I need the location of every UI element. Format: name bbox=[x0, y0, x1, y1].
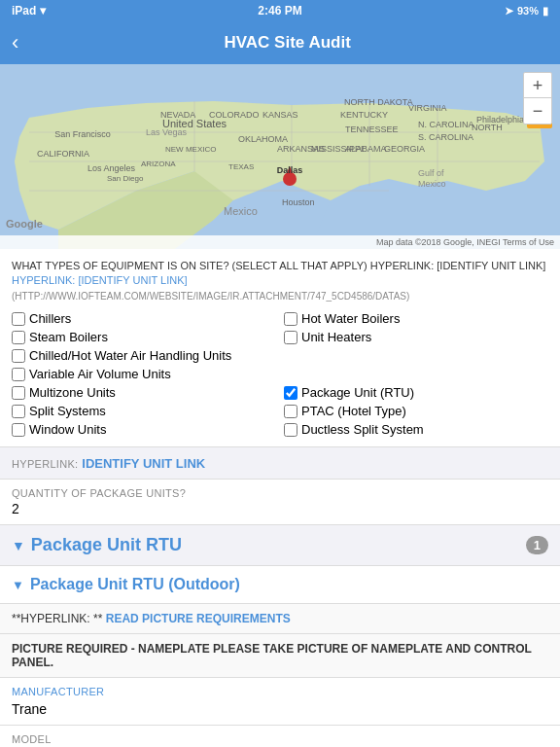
checkbox-ductless[interactable]: Ductless Split System bbox=[284, 422, 548, 437]
svg-text:CALIFORNIA: CALIFORNIA bbox=[37, 149, 89, 159]
map-attribution: Map data ©2018 Google, INEGI Terms of Us… bbox=[0, 235, 560, 249]
checkbox-chillers[interactable]: Chillers bbox=[12, 311, 276, 326]
cb-package[interactable] bbox=[284, 386, 298, 400]
picture-required-notice: PICTURE REQUIRED - NAMEPLATE PLEASE TAKE… bbox=[0, 634, 560, 678]
svg-text:ARIZONA: ARIZONA bbox=[141, 160, 176, 168]
cb-chillers[interactable] bbox=[12, 312, 25, 326]
zoom-in-button[interactable]: + bbox=[524, 73, 551, 98]
hyperlink-row: HYPERLINK: IDENTIFY UNIT LINK bbox=[0, 447, 560, 480]
svg-text:S. CAROLINA: S. CAROLINA bbox=[418, 132, 473, 142]
page-title: HVAC Site Audit bbox=[26, 33, 548, 53]
status-bar: iPad ▾ 2:46 PM ➤ 93% ▮ bbox=[0, 0, 560, 21]
svg-text:TEXAS: TEXAS bbox=[228, 162, 254, 171]
map-container: United States San Francisco CALIFORNIA A… bbox=[0, 64, 560, 249]
location-icon: ➤ bbox=[505, 5, 513, 18]
svg-text:VIRGINIA: VIRGINIA bbox=[408, 103, 447, 113]
picture-required-text: PICTURE REQUIRED - NAMEPLATE PLEASE TAKE… bbox=[12, 642, 532, 669]
cb-split[interactable] bbox=[12, 405, 25, 418]
identify-unit-hyperlink[interactable]: HYPERLINK: [IDENTIFY UNIT LINK] bbox=[12, 274, 188, 286]
sub-collapse-arrow-icon: ▼ bbox=[12, 578, 24, 592]
collapse-arrow-icon: ▼ bbox=[12, 538, 25, 553]
sub-section-header[interactable]: ▼ Package Unit RTU (Outdoor) bbox=[0, 566, 560, 604]
package-unit-section-header[interactable]: ▼ Package Unit RTU 1 bbox=[0, 525, 560, 566]
svg-text:COLORADO: COLORADO bbox=[209, 110, 260, 120]
sub-section-title: Package Unit RTU (Outdoor) bbox=[30, 576, 240, 593]
section-badge: 1 bbox=[526, 536, 548, 554]
quantity-value: 2 bbox=[12, 501, 548, 516]
svg-text:Gulf of: Gulf of bbox=[418, 168, 444, 178]
svg-text:NORTH DAKOTA: NORTH DAKOTA bbox=[344, 97, 413, 107]
equipment-question: WHAT TYPES OF EQUIPMENT IS ON SITE? (SEL… bbox=[12, 259, 548, 303]
svg-text:Las Vegas: Las Vegas bbox=[146, 127, 188, 137]
picture-hyperlink-label: **HYPERLINK: ** bbox=[12, 612, 102, 625]
back-button[interactable]: ‹ bbox=[12, 30, 18, 55]
carrier-label: iPad bbox=[12, 4, 36, 18]
svg-text:NEW MEXICO: NEW MEXICO bbox=[165, 145, 216, 154]
map-zoom-controls: + − bbox=[523, 72, 552, 124]
svg-text:Los Angeles: Los Angeles bbox=[88, 163, 136, 173]
model-label: MODEL bbox=[12, 733, 548, 745]
svg-text:OKLAHOMA: OKLAHOMA bbox=[238, 134, 288, 144]
svg-text:Mexico: Mexico bbox=[224, 205, 258, 217]
equipment-checkboxes: Chillers Hot Water Boilers Steam Boilers… bbox=[12, 311, 548, 437]
svg-text:San Diego: San Diego bbox=[107, 174, 144, 183]
hyperlink-row-label: HYPERLINK: bbox=[12, 458, 78, 470]
checkbox-window[interactable]: Window Units bbox=[12, 422, 276, 437]
wifi-icon: ▾ bbox=[40, 4, 46, 18]
manufacturer-field: MANUFACTURER Trane bbox=[0, 678, 560, 726]
battery-icon: ▮ bbox=[542, 5, 548, 18]
cb-variable[interactable] bbox=[12, 368, 25, 381]
quantity-section: QUANTITY OF PACKAGE UNITS? 2 bbox=[0, 480, 560, 525]
cb-steam[interactable] bbox=[12, 331, 25, 344]
section-title: Package Unit RTU bbox=[31, 535, 182, 555]
cb-window[interactable] bbox=[12, 423, 25, 437]
svg-text:N. CAROLINA: N. CAROLINA bbox=[418, 120, 474, 129]
cb-ptac[interactable] bbox=[284, 405, 298, 418]
checkbox-split[interactable]: Split Systems bbox=[12, 404, 276, 418]
svg-text:Dallas: Dallas bbox=[277, 165, 303, 175]
battery-label: 93% bbox=[517, 5, 539, 17]
read-picture-link[interactable]: READ PICTURE REQUIREMENTS bbox=[106, 612, 291, 625]
manufacturer-label: MANUFACTURER bbox=[12, 686, 548, 697]
cb-hotwater[interactable] bbox=[284, 312, 298, 326]
zoom-out-button[interactable]: − bbox=[524, 98, 551, 124]
checkbox-variable[interactable]: Variable Air Volume Units bbox=[12, 367, 548, 381]
picture-hyperlink-notice: **HYPERLINK: ** READ PICTURE REQUIREMENT… bbox=[0, 604, 560, 634]
svg-text:Houston: Houston bbox=[282, 197, 315, 207]
svg-text:San Francisco: San Francisco bbox=[54, 129, 111, 139]
svg-text:GEORGIA: GEORGIA bbox=[384, 144, 425, 154]
quantity-label: QUANTITY OF PACKAGE UNITS? bbox=[12, 487, 548, 499]
equipment-section: WHAT TYPES OF EQUIPMENT IS ON SITE? (SEL… bbox=[0, 249, 560, 447]
hyperlink-url: (HTTP://WWW.IOFTEAM.COM/WEBSITE/IMAGE/IR… bbox=[12, 291, 409, 302]
checkbox-hotwater[interactable]: Hot Water Boilers bbox=[284, 311, 548, 326]
cb-chilled[interactable] bbox=[12, 349, 25, 363]
checkbox-ptac[interactable]: PTAC (Hotel Type) bbox=[284, 404, 548, 418]
manufacturer-value[interactable]: Trane bbox=[12, 701, 548, 717]
svg-text:TENNESSEE: TENNESSEE bbox=[345, 124, 399, 134]
svg-text:NORTH: NORTH bbox=[472, 123, 503, 132]
google-logo: Google bbox=[6, 218, 43, 230]
svg-text:ARKANSAS: ARKANSAS bbox=[277, 144, 325, 154]
cb-multizone[interactable] bbox=[12, 386, 25, 400]
checkbox-multizone[interactable]: Multizone Units bbox=[12, 385, 276, 400]
checkbox-unitheaters[interactable]: Unit Heaters bbox=[284, 330, 548, 344]
svg-text:KANSAS: KANSAS bbox=[262, 110, 298, 120]
cb-unitheaters[interactable] bbox=[284, 331, 298, 344]
svg-text:KENTUCKY: KENTUCKY bbox=[340, 110, 388, 120]
time-label: 2:46 PM bbox=[258, 4, 301, 18]
model-field: MODEL bbox=[0, 726, 560, 747]
svg-text:Mexico: Mexico bbox=[418, 179, 446, 189]
nav-bar: ‹ HVAC Site Audit bbox=[0, 21, 560, 64]
svg-text:NEVADA: NEVADA bbox=[160, 110, 195, 120]
checkbox-chilled[interactable]: Chilled/Hot Water Air Handling Units bbox=[12, 348, 548, 363]
checkbox-package[interactable]: Package Unit (RTU) bbox=[284, 385, 548, 400]
cb-ductless[interactable] bbox=[284, 423, 298, 437]
checkbox-steam[interactable]: Steam Boilers bbox=[12, 330, 276, 344]
identify-link[interactable]: IDENTIFY UNIT LINK bbox=[82, 456, 205, 471]
